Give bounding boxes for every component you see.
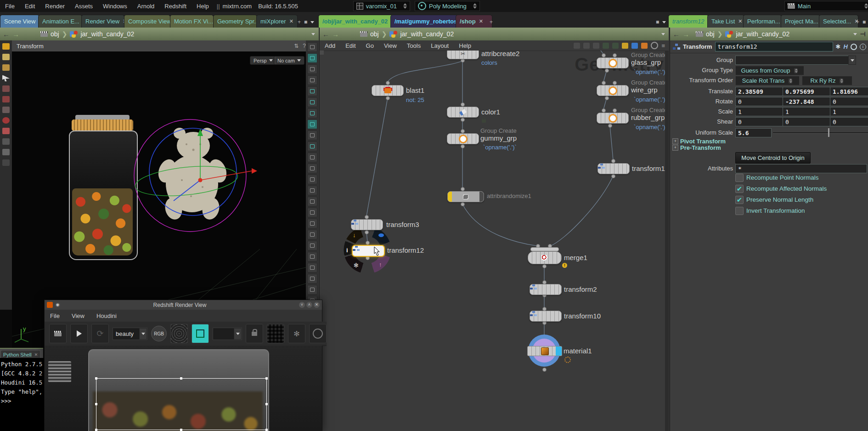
radial-output-arrow-icon[interactable]: ↑	[379, 261, 382, 268]
back-icon[interactable]: ←	[673, 30, 680, 38]
bypass-flag-icon[interactable]	[641, 43, 648, 49]
menu-windows[interactable]: Windows	[98, 3, 132, 10]
node-merge1[interactable]	[528, 251, 562, 264]
close-icon[interactable]: ✕	[34, 352, 38, 357]
region-handle[interactable]	[95, 403, 97, 405]
rotate-z-input[interactable]: 0	[830, 97, 868, 106]
shear-x-input[interactable]: 0	[735, 117, 783, 126]
close-icon[interactable]: ✕	[314, 302, 320, 308]
menu-render[interactable]: Render	[40, 3, 70, 10]
grid-snap-icon[interactable]	[603, 43, 609, 49]
vp-tool-icon[interactable]	[307, 252, 317, 261]
network-graph[interactable]: Geometry	[320, 51, 669, 431]
tool-icon[interactable]	[2, 138, 10, 145]
grid-button[interactable]	[267, 324, 284, 343]
redshift-render-view-window[interactable]: ◉ Redshift Render View ˅ ˄ ✕ File View H…	[44, 300, 322, 431]
snapshot-select[interactable]	[213, 328, 242, 340]
tab-geometry-spreadsheet[interactable]: Geometry Spr...✕	[213, 15, 257, 28]
vp-tool-icon[interactable]	[307, 164, 317, 173]
checkbox-preserve-normal-length[interactable]: ✔	[735, 196, 744, 204]
node-transform11[interactable]	[597, 163, 630, 174]
network-vscrollbar[interactable]	[665, 51, 669, 431]
freeze-button[interactable]: ✻	[288, 324, 305, 343]
section-pre-transform[interactable]: Pre-Transform	[680, 144, 721, 151]
node-attribrandomize1[interactable]	[447, 191, 484, 202]
net-menu-help[interactable]: Help	[454, 42, 476, 49]
tab-composite-view[interactable]: Composite View✕	[124, 15, 170, 28]
gear-icon[interactable]: ✱	[836, 43, 841, 50]
restart-render-button[interactable]: ⟳	[91, 324, 109, 343]
transform-order-menu[interactable]: Scale Rot Trans	[735, 76, 800, 85]
window-titlebar[interactable]: ◉ Redshift Render View ˅ ˄ ✕	[45, 300, 322, 310]
translate-x-input[interactable]: 2.38509	[735, 87, 783, 96]
forward-icon[interactable]: →	[12, 30, 19, 38]
network-tab-controls[interactable]: ■	[656, 19, 666, 25]
search-icon[interactable]	[651, 42, 658, 49]
tab-mixplorer[interactable]: miXplorer✕	[256, 15, 298, 28]
vp-tool-icon[interactable]	[307, 53, 317, 63]
node-label[interactable]: attribrandomize1	[487, 193, 531, 199]
tab-net-shop[interactable]: /shop✕	[456, 15, 492, 28]
checkbox-recompute-point-normals[interactable]: ✔	[735, 174, 744, 182]
checkbox-label[interactable]: Preserve Normal Length	[746, 196, 813, 203]
rotate-y-input[interactable]: -237.848	[783, 97, 831, 106]
rotate-order-menu[interactable]: Rx Ry Rz	[802, 76, 852, 85]
template-flag[interactable]	[448, 192, 452, 202]
net-menu-layout[interactable]: Layout	[426, 42, 454, 49]
maximize-icon[interactable]: ˄	[306, 302, 312, 308]
menu-help[interactable]: Help	[192, 3, 214, 10]
material-node-bar[interactable]	[527, 346, 562, 356]
render-region-box[interactable]	[96, 378, 267, 430]
vp-tool-icon[interactable]	[307, 42, 317, 52]
breadcrumb-node[interactable]: jar_with_candy_02	[80, 30, 134, 38]
node-label[interactable]: transform12	[387, 246, 424, 254]
persp-view-button[interactable]: Persp	[250, 56, 276, 65]
breadcrumb-root[interactable]: obj	[370, 30, 379, 38]
net-menu-add[interactable]: Add	[320, 42, 340, 49]
region-handle[interactable]	[180, 429, 182, 431]
select-arrow-icon[interactable]	[2, 75, 10, 81]
tool-icon[interactable]	[2, 96, 10, 102]
vp-tool-icon[interactable]	[307, 241, 317, 250]
radial-info-icon[interactable]: i	[346, 247, 348, 254]
tab-param-transform12[interactable]: transform12✕	[668, 15, 709, 28]
breadcrumb-node[interactable]: jar_with_candy_02	[736, 30, 789, 38]
list-mode-icon[interactable]	[583, 43, 590, 49]
chevron-down-icon[interactable]	[661, 33, 665, 35]
region-handle[interactable]	[95, 377, 97, 380]
window-menu-icon[interactable]: ◉	[55, 302, 61, 308]
region-handle[interactable]	[265, 429, 268, 431]
close-icon[interactable]: ✕	[289, 18, 293, 24]
tab-animation-editor[interactable]: Animation E...✕	[38, 15, 82, 28]
breadcrumb-node[interactable]: jar_with_candy_02	[400, 30, 454, 38]
node-label[interactable]: transform3	[386, 221, 419, 228]
desktop-selector[interactable]: varomix_01	[353, 1, 410, 11]
network-add-tab[interactable]: +	[490, 19, 493, 25]
tab-scene-view[interactable]: Scene View✕	[0, 15, 39, 28]
tool-icon[interactable]	[2, 54, 10, 60]
vp-tool-icon[interactable]	[307, 142, 317, 151]
gummy-bear-and-gizmo[interactable]	[118, 102, 292, 254]
minimize-icon[interactable]: ˅	[299, 302, 305, 308]
uniform-scale-slider[interactable]	[773, 132, 868, 134]
region-handle[interactable]	[265, 403, 268, 405]
expand-icon[interactable]: +	[672, 145, 678, 151]
node-rubber-grp[interactable]	[597, 113, 629, 124]
help-icon[interactable]: ?	[303, 43, 306, 49]
left-pane-tab-controls[interactable]: +■	[298, 19, 314, 25]
vp-tool-icon[interactable]	[307, 153, 317, 162]
right-pane-tab-controls[interactable]: +■	[856, 19, 866, 25]
net-menu-go[interactable]: Go	[361, 42, 379, 49]
render-image-area[interactable]	[45, 346, 322, 431]
python-shell-console[interactable]: Python 2.7.5 [GCC 4.8.2 2 Houdini 16.5 T…	[0, 358, 44, 431]
tab-take-list[interactable]: Take List✕	[707, 15, 744, 28]
checkbox-recompute-affected-norm[interactable]: ✔	[735, 185, 744, 193]
shelf-spinner[interactable]	[472, 3, 477, 9]
shelf-set-selector[interactable]: Poly Modeling	[415, 1, 480, 11]
node-label[interactable]: wire_grp	[631, 86, 658, 94]
net-menu-tools[interactable]: Tools	[402, 42, 426, 49]
vp-tool-icon[interactable]	[307, 64, 317, 74]
rv-menu-houdini[interactable]: Houdini	[91, 312, 122, 319]
desktop-spinner[interactable]	[402, 3, 407, 9]
scale-z-input[interactable]: 1	[830, 107, 868, 116]
